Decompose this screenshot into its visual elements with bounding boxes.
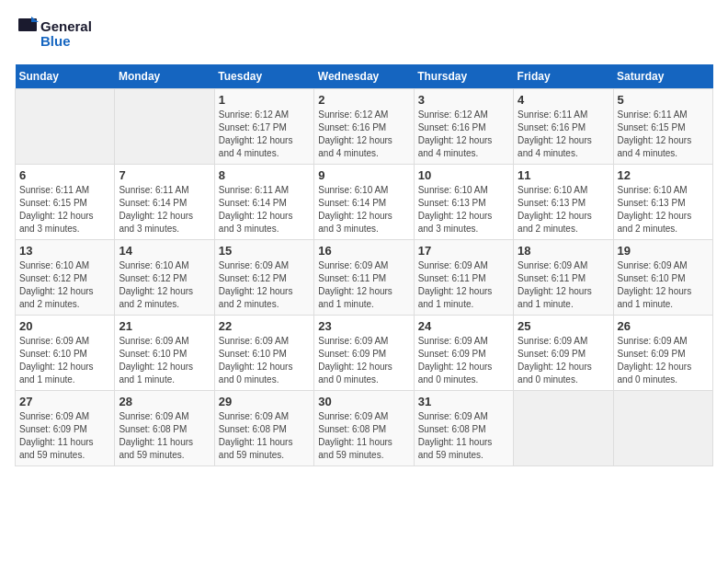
day-info: Sunrise: 6:09 AM Sunset: 6:10 PM Dayligh… (19, 335, 110, 386)
day-info: Sunrise: 6:09 AM Sunset: 6:10 PM Dayligh… (618, 259, 709, 311)
day-info: Sunrise: 6:09 AM Sunset: 6:08 PM Dayligh… (418, 410, 509, 462)
calendar-cell: 12Sunrise: 6:10 AM Sunset: 6:13 PM Dayli… (613, 165, 712, 240)
day-number: 5 (618, 93, 709, 107)
calendar-cell: 3Sunrise: 6:12 AM Sunset: 6:16 PM Daylig… (414, 89, 513, 165)
calendar-cell (115, 89, 214, 165)
calendar-cell: 23Sunrise: 6:09 AM Sunset: 6:09 PM Dayli… (314, 316, 414, 391)
header-day-tuesday: Tuesday (214, 64, 313, 89)
calendar-cell: 31Sunrise: 6:09 AM Sunset: 6:08 PM Dayli… (414, 391, 513, 466)
day-number: 9 (318, 168, 409, 182)
day-info: Sunrise: 6:11 AM Sunset: 6:16 PM Dayligh… (518, 109, 609, 160)
calendar-cell: 5Sunrise: 6:11 AM Sunset: 6:15 PM Daylig… (613, 89, 712, 165)
day-number: 4 (518, 93, 609, 107)
day-number: 21 (119, 319, 210, 333)
logo: General Blue (15, 15, 125, 57)
calendar-cell: 17Sunrise: 6:09 AM Sunset: 6:11 PM Dayli… (414, 240, 513, 316)
calendar-cell (613, 391, 712, 466)
calendar-cell: 19Sunrise: 6:09 AM Sunset: 6:10 PM Dayli… (613, 240, 712, 316)
day-info: Sunrise: 6:10 AM Sunset: 6:12 PM Dayligh… (19, 259, 110, 311)
svg-text:General: General (40, 18, 92, 34)
logo-full: General Blue (15, 15, 125, 53)
day-number: 8 (219, 168, 310, 182)
logo-container: General Blue (15, 15, 125, 57)
day-number: 20 (19, 319, 110, 333)
calendar-cell (16, 89, 115, 165)
calendar-cell: 24Sunrise: 6:09 AM Sunset: 6:09 PM Dayli… (414, 316, 513, 391)
week-row-4: 20Sunrise: 6:09 AM Sunset: 6:10 PM Dayli… (16, 316, 713, 391)
day-number: 29 (219, 395, 310, 408)
week-row-5: 27Sunrise: 6:09 AM Sunset: 6:09 PM Dayli… (16, 391, 713, 466)
svg-marker-4 (31, 17, 39, 22)
day-number: 27 (19, 395, 110, 408)
day-number: 6 (19, 168, 110, 182)
day-info: Sunrise: 6:09 AM Sunset: 6:08 PM Dayligh… (219, 410, 310, 462)
calendar-cell: 18Sunrise: 6:09 AM Sunset: 6:11 PM Dayli… (514, 240, 613, 316)
header-day-thursday: Thursday (414, 64, 513, 89)
day-number: 26 (618, 319, 709, 333)
calendar-cell: 15Sunrise: 6:09 AM Sunset: 6:12 PM Dayli… (214, 240, 313, 316)
calendar-cell: 20Sunrise: 6:09 AM Sunset: 6:10 PM Dayli… (16, 316, 115, 391)
day-number: 23 (318, 319, 409, 333)
calendar-cell: 2Sunrise: 6:12 AM Sunset: 6:16 PM Daylig… (314, 89, 414, 165)
header-day-wednesday: Wednesday (314, 64, 414, 89)
calendar-cell: 29Sunrise: 6:09 AM Sunset: 6:08 PM Dayli… (214, 391, 313, 466)
header-day-sunday: Sunday (16, 64, 115, 89)
calendar-cell: 9Sunrise: 6:10 AM Sunset: 6:14 PM Daylig… (314, 165, 414, 240)
calendar-cell (514, 391, 613, 466)
svg-text:Blue: Blue (40, 33, 71, 49)
day-number: 11 (518, 168, 609, 182)
calendar-cell: 26Sunrise: 6:09 AM Sunset: 6:09 PM Dayli… (613, 316, 712, 391)
day-number: 14 (119, 244, 210, 258)
page-header: General Blue (15, 15, 713, 57)
header-day-friday: Friday (514, 64, 613, 89)
calendar-cell: 27Sunrise: 6:09 AM Sunset: 6:09 PM Dayli… (16, 391, 115, 466)
day-info: Sunrise: 6:09 AM Sunset: 6:08 PM Dayligh… (119, 410, 210, 462)
day-info: Sunrise: 6:09 AM Sunset: 6:11 PM Dayligh… (418, 259, 509, 311)
day-info: Sunrise: 6:09 AM Sunset: 6:09 PM Dayligh… (318, 335, 409, 386)
calendar-cell: 4Sunrise: 6:11 AM Sunset: 6:16 PM Daylig… (514, 89, 613, 165)
day-info: Sunrise: 6:12 AM Sunset: 6:16 PM Dayligh… (418, 109, 509, 160)
day-number: 16 (318, 244, 409, 258)
day-info: Sunrise: 6:09 AM Sunset: 6:09 PM Dayligh… (19, 410, 110, 462)
day-info: Sunrise: 6:12 AM Sunset: 6:17 PM Dayligh… (219, 109, 310, 160)
day-number: 2 (318, 93, 409, 107)
calendar-cell: 22Sunrise: 6:09 AM Sunset: 6:10 PM Dayli… (214, 316, 313, 391)
day-info: Sunrise: 6:09 AM Sunset: 6:11 PM Dayligh… (318, 259, 409, 311)
calendar-cell: 6Sunrise: 6:11 AM Sunset: 6:15 PM Daylig… (16, 165, 115, 240)
calendar-table: SundayMondayTuesdayWednesdayThursdayFrid… (15, 64, 713, 466)
calendar-cell: 28Sunrise: 6:09 AM Sunset: 6:08 PM Dayli… (115, 391, 214, 466)
day-info: Sunrise: 6:11 AM Sunset: 6:15 PM Dayligh… (618, 109, 709, 160)
day-info: Sunrise: 6:09 AM Sunset: 6:09 PM Dayligh… (518, 335, 609, 386)
day-info: Sunrise: 6:09 AM Sunset: 6:09 PM Dayligh… (618, 335, 709, 386)
calendar-cell: 25Sunrise: 6:09 AM Sunset: 6:09 PM Dayli… (514, 316, 613, 391)
day-info: Sunrise: 6:09 AM Sunset: 6:10 PM Dayligh… (219, 335, 310, 386)
day-info: Sunrise: 6:11 AM Sunset: 6:14 PM Dayligh… (119, 184, 210, 236)
day-number: 10 (418, 168, 509, 182)
header-row: SundayMondayTuesdayWednesdayThursdayFrid… (16, 64, 713, 89)
day-number: 13 (19, 244, 110, 258)
calendar-cell: 16Sunrise: 6:09 AM Sunset: 6:11 PM Dayli… (314, 240, 414, 316)
day-info: Sunrise: 6:10 AM Sunset: 6:12 PM Dayligh… (119, 259, 210, 311)
day-info: Sunrise: 6:09 AM Sunset: 6:11 PM Dayligh… (518, 259, 609, 311)
week-row-1: 1Sunrise: 6:12 AM Sunset: 6:17 PM Daylig… (16, 89, 713, 165)
calendar-body: 1Sunrise: 6:12 AM Sunset: 6:17 PM Daylig… (16, 89, 713, 466)
day-number: 18 (518, 244, 609, 258)
day-info: Sunrise: 6:09 AM Sunset: 6:09 PM Dayligh… (418, 335, 509, 386)
day-number: 22 (219, 319, 310, 333)
day-number: 31 (418, 395, 509, 408)
day-number: 25 (518, 319, 609, 333)
calendar-cell: 11Sunrise: 6:10 AM Sunset: 6:13 PM Dayli… (514, 165, 613, 240)
calendar-cell: 8Sunrise: 6:11 AM Sunset: 6:14 PM Daylig… (214, 165, 313, 240)
day-number: 3 (418, 93, 509, 107)
day-info: Sunrise: 6:11 AM Sunset: 6:14 PM Dayligh… (219, 184, 310, 236)
day-number: 28 (119, 395, 210, 408)
week-row-2: 6Sunrise: 6:11 AM Sunset: 6:15 PM Daylig… (16, 165, 713, 240)
day-info: Sunrise: 6:12 AM Sunset: 6:16 PM Dayligh… (318, 109, 409, 160)
day-number: 19 (618, 244, 709, 258)
day-number: 24 (418, 319, 509, 333)
calendar-cell: 10Sunrise: 6:10 AM Sunset: 6:13 PM Dayli… (414, 165, 513, 240)
week-row-3: 13Sunrise: 6:10 AM Sunset: 6:12 PM Dayli… (16, 240, 713, 316)
calendar-cell: 13Sunrise: 6:10 AM Sunset: 6:12 PM Dayli… (16, 240, 115, 316)
day-info: Sunrise: 6:09 AM Sunset: 6:08 PM Dayligh… (318, 410, 409, 462)
day-number: 7 (119, 168, 210, 182)
